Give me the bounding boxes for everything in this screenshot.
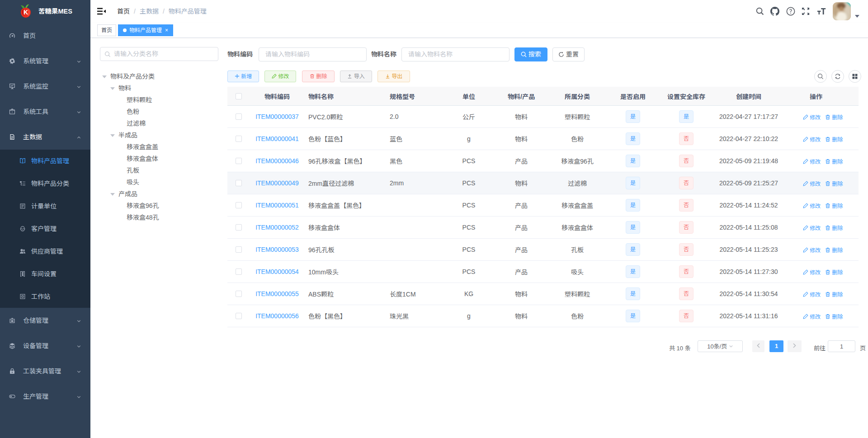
svg-text:K: K [24,9,28,16]
